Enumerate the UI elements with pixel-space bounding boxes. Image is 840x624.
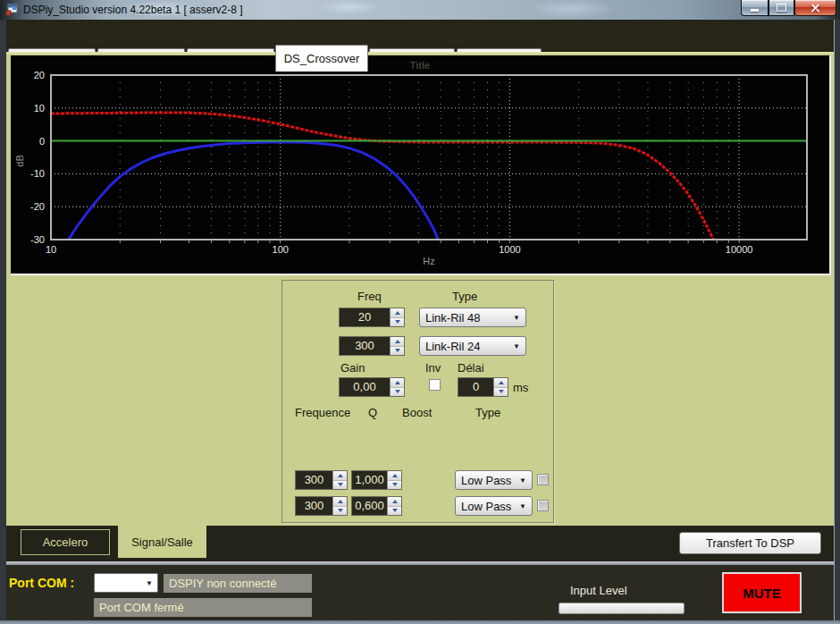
spin-up-icon[interactable]: [388, 471, 401, 481]
gain-spinner[interactable]: 0,00: [339, 377, 405, 397]
way1-freq-spin-buttons[interactable]: [390, 308, 404, 326]
port-com-label: Port COM :: [9, 576, 74, 590]
svg-text:-10: -10: [30, 168, 45, 179]
spin-down-icon[interactable]: [388, 481, 401, 490]
peq1-q-spin-buttons[interactable]: [387, 471, 401, 489]
peq2-q-spinner[interactable]: 0,600: [351, 496, 402, 516]
inv-label: Inv: [425, 361, 441, 375]
input-level-label: Input Level: [570, 584, 627, 597]
peq-type-header: Type: [475, 406, 500, 419]
inv-checkbox[interactable]: [429, 379, 441, 391]
minimize-icon: [751, 9, 759, 12]
way1-freq-spinner[interactable]: 20: [339, 308, 405, 327]
maximize-icon: [777, 4, 786, 12]
input-level-progressbar: [559, 603, 685, 614]
way2-freq-value[interactable]: 300: [340, 337, 390, 355]
peq1-q-value[interactable]: 1,000: [352, 471, 387, 489]
peq1-enable-checkbox[interactable]: [537, 474, 549, 485]
crossover-groupbox: Freq Type 20 Link-Ril 48 300 Link-Ril 24…: [281, 280, 554, 523]
app-window: DSPiy_Studio version 4.22beta 1 [ asserv…: [0, 0, 840, 624]
peq2-freq-value[interactable]: 300: [296, 497, 332, 515]
crossover-chart-svg: 20100-10-20-3010100100010000TitleHzdB: [11, 55, 829, 274]
window-border-bottom: [0, 620, 840, 624]
spin-down-icon[interactable]: [333, 481, 347, 490]
peq-frequence-header: Frequence: [295, 406, 350, 419]
svg-text:10: 10: [46, 244, 56, 255]
gain-value[interactable]: 0,00: [340, 378, 390, 396]
svg-text:20: 20: [34, 70, 45, 80]
peq2-type-dropdown[interactable]: Low Pass: [455, 496, 533, 516]
svg-text:100: 100: [273, 244, 289, 255]
svg-text:10: 10: [34, 103, 45, 114]
spin-up-icon[interactable]: [391, 337, 404, 347]
freq-header: Freq: [357, 290, 382, 303]
transfer-to-dsp-button[interactable]: Transfert To DSP: [679, 532, 821, 554]
crossover-page: 20100-10-20-3010100100010000TitleHzdB Fr…: [6, 52, 834, 526]
subtab-label: Signal/Salle: [131, 535, 193, 549]
way2-freq-spinner[interactable]: 300: [339, 336, 405, 356]
com-port-dropdown[interactable]: [94, 573, 158, 593]
way1-type-value: Link-Ril 48: [425, 311, 480, 325]
peq2-freq-spinner[interactable]: 300: [295, 496, 348, 516]
peq1-q-spinner[interactable]: 1,000: [351, 470, 402, 490]
spin-down-icon[interactable]: [391, 318, 404, 327]
mute-button[interactable]: MUTE: [722, 572, 802, 613]
frequency-response-chart: 20100-10-20-3010100100010000TitleHzdB: [11, 55, 831, 275]
peq1-freq-spinner[interactable]: 300: [295, 470, 348, 490]
status-bar: Port COM : DSPIY non connecté Port COM f…: [6, 565, 834, 620]
delay-unit-label: ms: [513, 381, 528, 394]
spin-up-icon[interactable]: [333, 471, 347, 481]
title-bar: DSPiy_Studio version 4.22beta 1 [ asserv…: [0, 0, 840, 20]
way1-type-dropdown[interactable]: Link-Ril 48: [419, 308, 526, 327]
close-button[interactable]: [794, 0, 836, 16]
svg-text:-20: -20: [30, 201, 45, 212]
gain-label: Gain: [340, 361, 365, 375]
svg-text:1000: 1000: [499, 244, 520, 255]
spin-up-icon[interactable]: [388, 497, 401, 507]
peq2-q-value[interactable]: 0,600: [352, 497, 387, 515]
peq2-enable-checkbox[interactable]: [537, 500, 549, 511]
svg-text:dB: dB: [14, 155, 25, 166]
peq1-type-dropdown[interactable]: Low Pass: [455, 470, 533, 490]
dspiy-status-box: DSPIY non connecté: [164, 574, 312, 593]
spin-down-icon[interactable]: [391, 347, 404, 356]
delay-spinner[interactable]: 0: [458, 377, 508, 397]
spin-down-icon[interactable]: [333, 507, 347, 516]
subtab-signal-salle[interactable]: Signal/Salle: [118, 526, 206, 558]
peq2-type-value: Low Pass: [461, 500, 511, 513]
main-tabstrip: Accueil Config DS_Filtres DS_Crossover A…: [6, 20, 834, 52]
port-status-box: Port COM fermé: [94, 598, 312, 617]
peq2-q-spin-buttons[interactable]: [387, 497, 401, 515]
gain-spin-buttons[interactable]: [390, 378, 404, 396]
subtab-accelero[interactable]: Accelero: [21, 529, 110, 555]
spin-down-icon[interactable]: [388, 507, 401, 516]
svg-text:10000: 10000: [726, 244, 753, 255]
peq2-freq-spin-buttons[interactable]: [332, 497, 347, 515]
svg-text:-30: -30: [30, 234, 45, 245]
delay-spin-buttons[interactable]: [493, 378, 508, 396]
way2-freq-spin-buttons[interactable]: [390, 337, 404, 355]
way1-freq-value[interactable]: 20: [340, 308, 390, 326]
spin-up-icon[interactable]: [333, 497, 347, 507]
peq1-freq-spin-buttons[interactable]: [332, 471, 347, 489]
spin-down-icon[interactable]: [494, 388, 508, 397]
way2-type-dropdown[interactable]: Link-Ril 24: [419, 336, 526, 356]
spin-up-icon[interactable]: [391, 378, 404, 388]
maximize-button[interactable]: [769, 0, 794, 16]
type-header: Type: [452, 290, 477, 303]
tab-label: DS_Crossover: [284, 52, 360, 65]
spin-down-icon[interactable]: [391, 388, 404, 397]
peq-q-header: Q: [368, 406, 377, 419]
peq1-freq-value[interactable]: 300: [296, 471, 332, 489]
subtab-label: Accelero: [43, 535, 88, 549]
window-title: DSPiy_Studio version 4.22beta 1 [ asserv…: [23, 0, 242, 20]
tab-ds-crossover[interactable]: DS_Crossover: [275, 45, 368, 72]
minimize-button[interactable]: [741, 0, 769, 16]
app-icon: [5, 4, 18, 16]
spin-up-icon[interactable]: [494, 378, 508, 388]
delay-value[interactable]: 0: [458, 378, 493, 396]
spin-up-icon[interactable]: [391, 308, 404, 318]
way2-type-value: Link-Ril 24: [425, 340, 480, 353]
svg-text:0: 0: [39, 136, 45, 147]
svg-text:Title: Title: [410, 60, 430, 71]
